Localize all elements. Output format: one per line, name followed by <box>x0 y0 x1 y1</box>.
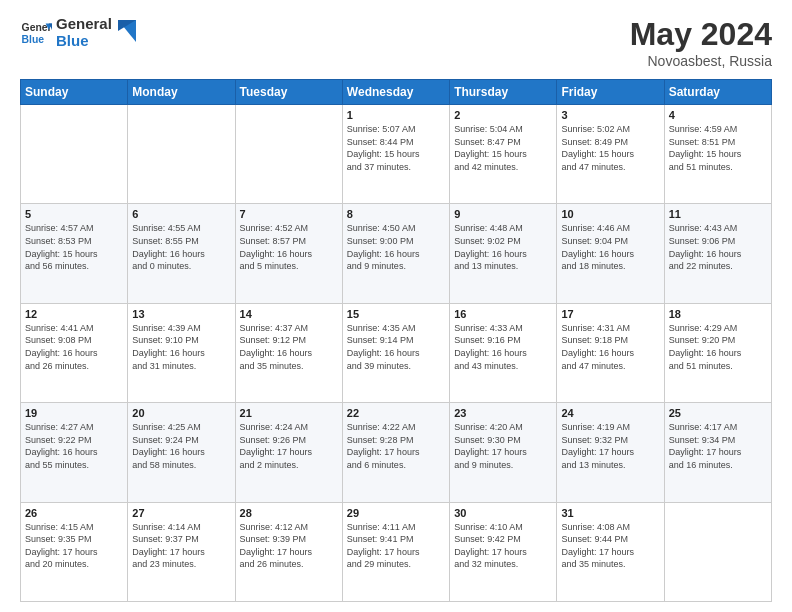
day-number: 24 <box>561 407 659 419</box>
day-number: 8 <box>347 208 445 220</box>
day-info: Sunrise: 4:43 AM Sunset: 9:06 PM Dayligh… <box>669 222 767 272</box>
day-number: 19 <box>25 407 123 419</box>
calendar-cell-w1-d1 <box>21 105 128 204</box>
day-number: 9 <box>454 208 552 220</box>
calendar-cell-w5-d5: 30Sunrise: 4:10 AM Sunset: 9:42 PM Dayli… <box>450 502 557 601</box>
day-number: 10 <box>561 208 659 220</box>
day-number: 2 <box>454 109 552 121</box>
logo-icon: General Blue <box>20 17 52 49</box>
calendar-cell-w4-d1: 19Sunrise: 4:27 AM Sunset: 9:22 PM Dayli… <box>21 403 128 502</box>
calendar-cell-w4-d5: 23Sunrise: 4:20 AM Sunset: 9:30 PM Dayli… <box>450 403 557 502</box>
calendar-cell-w1-d7: 4Sunrise: 4:59 AM Sunset: 8:51 PM Daylig… <box>664 105 771 204</box>
day-number: 25 <box>669 407 767 419</box>
day-info: Sunrise: 4:15 AM Sunset: 9:35 PM Dayligh… <box>25 521 123 571</box>
calendar-cell-w5-d3: 28Sunrise: 4:12 AM Sunset: 9:39 PM Dayli… <box>235 502 342 601</box>
header: General Blue General Blue May 2024 Novoa… <box>20 16 772 69</box>
day-number: 18 <box>669 308 767 320</box>
calendar-cell-w4-d4: 22Sunrise: 4:22 AM Sunset: 9:28 PM Dayli… <box>342 403 449 502</box>
col-friday: Friday <box>557 80 664 105</box>
day-info: Sunrise: 4:46 AM Sunset: 9:04 PM Dayligh… <box>561 222 659 272</box>
day-info: Sunrise: 4:59 AM Sunset: 8:51 PM Dayligh… <box>669 123 767 173</box>
calendar-cell-w4-d6: 24Sunrise: 4:19 AM Sunset: 9:32 PM Dayli… <box>557 403 664 502</box>
calendar-cell-w1-d4: 1Sunrise: 5:07 AM Sunset: 8:44 PM Daylig… <box>342 105 449 204</box>
month-title: May 2024 <box>630 16 772 53</box>
day-info: Sunrise: 4:22 AM Sunset: 9:28 PM Dayligh… <box>347 421 445 471</box>
title-block: May 2024 Novoasbest, Russia <box>630 16 772 69</box>
col-wednesday: Wednesday <box>342 80 449 105</box>
day-info: Sunrise: 4:19 AM Sunset: 9:32 PM Dayligh… <box>561 421 659 471</box>
day-number: 11 <box>669 208 767 220</box>
calendar-cell-w3-d2: 13Sunrise: 4:39 AM Sunset: 9:10 PM Dayli… <box>128 303 235 402</box>
calendar-cell-w2-d3: 7Sunrise: 4:52 AM Sunset: 8:57 PM Daylig… <box>235 204 342 303</box>
day-info: Sunrise: 4:10 AM Sunset: 9:42 PM Dayligh… <box>454 521 552 571</box>
calendar-cell-w1-d6: 3Sunrise: 5:02 AM Sunset: 8:49 PM Daylig… <box>557 105 664 204</box>
day-info: Sunrise: 4:14 AM Sunset: 9:37 PM Dayligh… <box>132 521 230 571</box>
day-info: Sunrise: 4:33 AM Sunset: 9:16 PM Dayligh… <box>454 322 552 372</box>
day-info: Sunrise: 4:48 AM Sunset: 9:02 PM Dayligh… <box>454 222 552 272</box>
logo-general: General <box>56 16 112 33</box>
day-info: Sunrise: 4:31 AM Sunset: 9:18 PM Dayligh… <box>561 322 659 372</box>
day-info: Sunrise: 4:11 AM Sunset: 9:41 PM Dayligh… <box>347 521 445 571</box>
week-row-5: 26Sunrise: 4:15 AM Sunset: 9:35 PM Dayli… <box>21 502 772 601</box>
day-info: Sunrise: 5:04 AM Sunset: 8:47 PM Dayligh… <box>454 123 552 173</box>
calendar-cell-w3-d1: 12Sunrise: 4:41 AM Sunset: 9:08 PM Dayli… <box>21 303 128 402</box>
day-info: Sunrise: 4:55 AM Sunset: 8:55 PM Dayligh… <box>132 222 230 272</box>
page: General Blue General Blue May 2024 Novoa… <box>0 0 792 612</box>
day-info: Sunrise: 4:52 AM Sunset: 8:57 PM Dayligh… <box>240 222 338 272</box>
calendar-cell-w3-d3: 14Sunrise: 4:37 AM Sunset: 9:12 PM Dayli… <box>235 303 342 402</box>
day-number: 5 <box>25 208 123 220</box>
calendar-cell-w5-d4: 29Sunrise: 4:11 AM Sunset: 9:41 PM Dayli… <box>342 502 449 601</box>
day-number: 14 <box>240 308 338 320</box>
day-info: Sunrise: 4:39 AM Sunset: 9:10 PM Dayligh… <box>132 322 230 372</box>
day-info: Sunrise: 4:29 AM Sunset: 9:20 PM Dayligh… <box>669 322 767 372</box>
calendar-cell-w3-d7: 18Sunrise: 4:29 AM Sunset: 9:20 PM Dayli… <box>664 303 771 402</box>
week-row-1: 1Sunrise: 5:07 AM Sunset: 8:44 PM Daylig… <box>21 105 772 204</box>
day-number: 4 <box>669 109 767 121</box>
calendar-cell-w1-d2 <box>128 105 235 204</box>
col-saturday: Saturday <box>664 80 771 105</box>
day-info: Sunrise: 4:25 AM Sunset: 9:24 PM Dayligh… <box>132 421 230 471</box>
col-tuesday: Tuesday <box>235 80 342 105</box>
day-number: 16 <box>454 308 552 320</box>
calendar-cell-w3-d5: 16Sunrise: 4:33 AM Sunset: 9:16 PM Dayli… <box>450 303 557 402</box>
logo-blue: Blue <box>56 33 112 50</box>
day-number: 12 <box>25 308 123 320</box>
day-info: Sunrise: 4:37 AM Sunset: 9:12 PM Dayligh… <box>240 322 338 372</box>
calendar-cell-w2-d4: 8Sunrise: 4:50 AM Sunset: 9:00 PM Daylig… <box>342 204 449 303</box>
calendar-cell-w2-d1: 5Sunrise: 4:57 AM Sunset: 8:53 PM Daylig… <box>21 204 128 303</box>
logo: General Blue General Blue <box>20 16 136 49</box>
calendar-cell-w2-d5: 9Sunrise: 4:48 AM Sunset: 9:02 PM Daylig… <box>450 204 557 303</box>
day-number: 7 <box>240 208 338 220</box>
calendar-table: Sunday Monday Tuesday Wednesday Thursday… <box>20 79 772 602</box>
day-number: 23 <box>454 407 552 419</box>
day-number: 17 <box>561 308 659 320</box>
day-info: Sunrise: 5:07 AM Sunset: 8:44 PM Dayligh… <box>347 123 445 173</box>
col-monday: Monday <box>128 80 235 105</box>
logo-arrow-icon <box>118 20 136 42</box>
day-number: 13 <box>132 308 230 320</box>
day-number: 30 <box>454 507 552 519</box>
day-info: Sunrise: 4:24 AM Sunset: 9:26 PM Dayligh… <box>240 421 338 471</box>
calendar-cell-w4-d3: 21Sunrise: 4:24 AM Sunset: 9:26 PM Dayli… <box>235 403 342 502</box>
calendar-cell-w4-d2: 20Sunrise: 4:25 AM Sunset: 9:24 PM Dayli… <box>128 403 235 502</box>
day-info: Sunrise: 5:02 AM Sunset: 8:49 PM Dayligh… <box>561 123 659 173</box>
calendar-cell-w2-d2: 6Sunrise: 4:55 AM Sunset: 8:55 PM Daylig… <box>128 204 235 303</box>
day-number: 27 <box>132 507 230 519</box>
day-number: 1 <box>347 109 445 121</box>
calendar-cell-w4-d7: 25Sunrise: 4:17 AM Sunset: 9:34 PM Dayli… <box>664 403 771 502</box>
svg-text:Blue: Blue <box>22 33 45 44</box>
day-info: Sunrise: 4:35 AM Sunset: 9:14 PM Dayligh… <box>347 322 445 372</box>
calendar-cell-w1-d3 <box>235 105 342 204</box>
calendar-cell-w3-d6: 17Sunrise: 4:31 AM Sunset: 9:18 PM Dayli… <box>557 303 664 402</box>
day-info: Sunrise: 4:12 AM Sunset: 9:39 PM Dayligh… <box>240 521 338 571</box>
day-number: 28 <box>240 507 338 519</box>
day-number: 29 <box>347 507 445 519</box>
week-row-3: 12Sunrise: 4:41 AM Sunset: 9:08 PM Dayli… <box>21 303 772 402</box>
week-row-2: 5Sunrise: 4:57 AM Sunset: 8:53 PM Daylig… <box>21 204 772 303</box>
day-info: Sunrise: 4:57 AM Sunset: 8:53 PM Dayligh… <box>25 222 123 272</box>
day-number: 20 <box>132 407 230 419</box>
day-number: 3 <box>561 109 659 121</box>
calendar-cell-w5-d7 <box>664 502 771 601</box>
day-info: Sunrise: 4:20 AM Sunset: 9:30 PM Dayligh… <box>454 421 552 471</box>
week-row-4: 19Sunrise: 4:27 AM Sunset: 9:22 PM Dayli… <box>21 403 772 502</box>
